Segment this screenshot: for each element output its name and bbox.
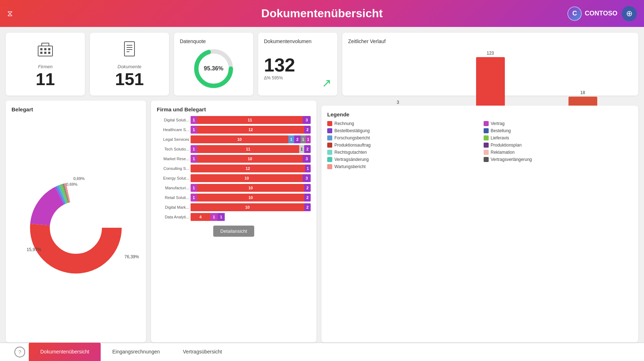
tab-vertragsuebersicht[interactable]: Vertragsübersicht [172, 343, 234, 361]
svg-rect-6 [48, 52, 50, 54]
stacked-bar-10: 10 2 [191, 203, 311, 211]
legende-dot-produktionsplan [484, 143, 489, 148]
main-content: Firmen 11 Dokumente 151 Datenquote [0, 27, 644, 342]
svg-rect-1 [40, 48, 42, 50]
help-button[interactable]: ? [14, 347, 25, 357]
firma-name-11: Data Analyti... [157, 215, 189, 219]
stacked-bar-2: 1 12 2 [191, 126, 311, 134]
dokumente-icon [121, 40, 138, 61]
stacked-bar-8: 1 10 2 [191, 184, 311, 192]
right-column: Legende Rechnung Vertrag Bestellbestätig… [321, 101, 638, 342]
firma-row-8: Manufacturi... 1 10 2 [157, 184, 311, 192]
legende-item-lieferavis: Lieferavis [484, 135, 633, 140]
firmen-card: Firmen 11 [6, 33, 85, 96]
firma-name-7: Energy Solut... [157, 176, 189, 180]
datenquote-value: 95.36% [204, 65, 223, 72]
detail-button[interactable]: Detailansicht [213, 226, 254, 237]
stacked-bar-6: 12 1 [191, 165, 311, 172]
company-name: CONTOSO [585, 10, 617, 17]
legende-item-rechtsgutachten: Rechtsgutachten [327, 150, 476, 155]
firma-row-5: Market Rese... 1 10 3 [157, 155, 311, 163]
datenquote-card: Datenquote 95.36% [174, 33, 253, 96]
stacked-bar-1: 1 11 3 [191, 116, 311, 124]
firma-name-3: Legal Services [157, 137, 189, 142]
legende-item-reklamation: Reklamation [484, 150, 633, 155]
firma-row-7: Energy Solut... 10 3 [157, 174, 311, 182]
firma-name-4: Tech Solutio... [157, 147, 189, 151]
trend-arrow-icon: ↗ [322, 76, 332, 90]
dokvolumen-title: Dokumentenvolumen [264, 38, 332, 44]
firma-row-6: Consulting S... 12 1 [157, 165, 311, 172]
belegart-title: Belegart [12, 106, 140, 112]
svg-text:0,69%: 0,69% [66, 182, 77, 186]
firma-belegart-title: Firma und Belegart [157, 106, 311, 112]
firmen-icon [37, 40, 54, 61]
legende-dot-forschungsbericht [327, 135, 332, 140]
footer: ? Dokumentenübersicht Eingangsrechnungen… [0, 342, 644, 361]
firma-row-4: Tech Solutio... 1 11 1 2 [157, 145, 311, 153]
zeitlich-card: Zeitlicher Verlauf 3 Juni 123 Juli 18 [342, 33, 638, 96]
firma-row-10: Digital Mark... 10 2 [157, 203, 311, 211]
bar-august-value: 18 [580, 90, 585, 95]
legende-item-vertrag: Vertrag [484, 121, 633, 126]
legende-dot-bestellbestaetigung [327, 128, 332, 133]
header: ⧖ Dokumentenübersicht C CONTOSO ⊕ [0, 0, 644, 27]
legende-dot-produktionsauftrag [327, 143, 332, 148]
filter-icon[interactable]: ⧖ [7, 9, 13, 18]
legende-item-produktionsplan: Produktionsplan [484, 143, 633, 148]
firma-row-3: Legal Services 10 1 2 1 1 [157, 135, 311, 143]
legende-grid: Rechnung Vertrag Bestellbestätigung Best… [327, 121, 632, 169]
logo-icon: C [567, 6, 582, 21]
svg-point-23 [51, 203, 101, 253]
legende-dot-wartungsbericht [327, 164, 332, 169]
firma-name-9: Retail Soluti... [157, 195, 189, 200]
svg-rect-5 [44, 52, 46, 54]
stacked-bar-9: 1 10 2 [191, 194, 311, 202]
legende-item-produktionsauftrag: Produktionsauftrag [327, 143, 476, 148]
firma-name-8: Manufacturi... [157, 186, 189, 190]
svg-rect-4 [40, 52, 42, 54]
firma-name-2: Healthcare S... [157, 128, 189, 132]
svg-rect-2 [44, 48, 46, 50]
legende-item-wartungsbericht: Wartungsbericht [327, 164, 476, 169]
login-button[interactable]: ⊕ [622, 6, 637, 21]
legende-dot-lieferavis [484, 135, 489, 140]
top-row: Firmen 11 Dokumente 151 Datenquote [6, 33, 638, 96]
legende-dot-rechtsgutachten [327, 150, 332, 155]
firmen-label: Firmen [38, 64, 52, 69]
zeitlich-title: Zeitlicher Verlauf [348, 38, 632, 44]
tab-dokumentenuebersicht[interactable]: Dokumentenübersicht [29, 343, 101, 361]
dokvolumen-delta: Δ% 595% [264, 75, 332, 80]
legende-item-bestellbestaetigung: Bestellbestätigung [327, 128, 476, 133]
dokumente-card: Dokumente 151 [90, 33, 169, 96]
firma-name-5: Market Rese... [157, 157, 189, 161]
dokumente-value: 151 [115, 71, 144, 88]
dokvolumen-inner: 132 Δ% 595% [264, 46, 332, 90]
firma-row-11: Data Analyti... 4 1 1 [157, 213, 311, 221]
firma-row-2: Healthcare S... 1 12 2 [157, 126, 311, 134]
svg-text:76,39%: 76,39% [124, 254, 139, 259]
firma-name-6: Consulting S... [157, 166, 189, 171]
page-title: Dokumentenübersicht [261, 7, 383, 20]
stacked-bar-3: 10 1 2 1 1 [191, 135, 311, 143]
firma-name-10: Digital Mark... [157, 205, 189, 209]
stacked-bar-5: 1 10 3 [191, 155, 311, 163]
bottom-row: Belegart [6, 101, 638, 342]
header-right: C CONTOSO ⊕ [567, 6, 637, 21]
legende-item-rechnung: Rechnung [327, 121, 476, 126]
legende-dot-vertragsaenderung [327, 157, 332, 162]
legende-dot-reklamation [484, 150, 489, 155]
svg-rect-3 [48, 48, 50, 50]
legende-item-bestellung: Bestellung [484, 128, 633, 133]
legende-item-vertragsaenderung: Vertragsänderung [327, 157, 476, 162]
logo-area: C CONTOSO [567, 6, 617, 21]
dokumente-label: Dokumente [118, 64, 141, 69]
datenquote-title: Datenquote [180, 38, 247, 44]
tab-eingangsrechnungen[interactable]: Eingangsrechnungen [101, 343, 171, 361]
dokvolumen-card: Dokumentenvolumen 132 Δ% 595% ↗ [258, 33, 337, 96]
firma-name-1: Digital Soluti... [157, 118, 189, 122]
firma-belegart-card: Firma und Belegart Digital Soluti... 1 1… [151, 101, 316, 342]
svg-rect-7 [42, 43, 49, 46]
svg-rect-0 [38, 46, 52, 56]
donut-container: 95.36% [180, 47, 247, 90]
